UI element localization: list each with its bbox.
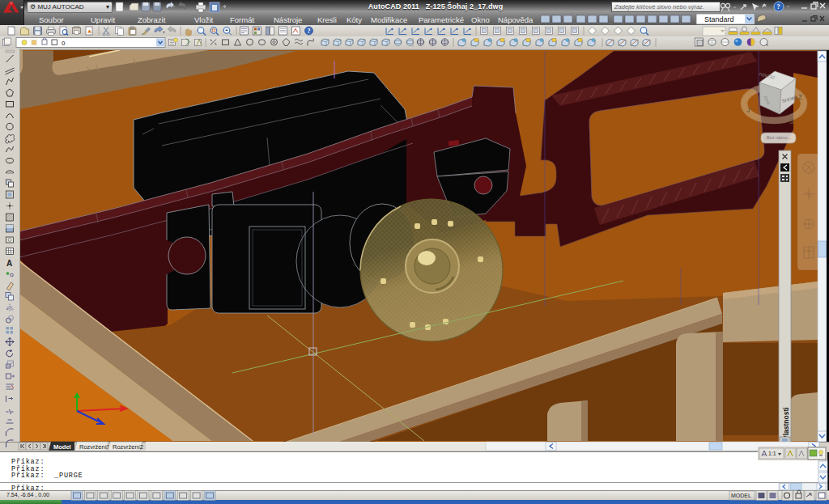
svg-text:Standard: Standard xyxy=(704,15,734,23)
svg-text:Rozvržení1: Rozvržení1 xyxy=(79,443,110,451)
svg-text:Model: Model xyxy=(53,443,71,451)
svg-text:1:1: 1:1 xyxy=(768,451,776,456)
svg-text:A: A xyxy=(6,259,12,268)
svg-text:0: 0 xyxy=(62,40,66,47)
svg-text:?: ? xyxy=(308,28,311,35)
svg-text:?: ? xyxy=(777,3,780,11)
svg-text:Rozvržení2: Rozvržení2 xyxy=(113,443,143,451)
svg-text:MODEL: MODEL xyxy=(731,493,751,498)
svg-text:7.54, -6.64 , 0.00: 7.54, -6.64 , 0.00 xyxy=(6,492,49,498)
